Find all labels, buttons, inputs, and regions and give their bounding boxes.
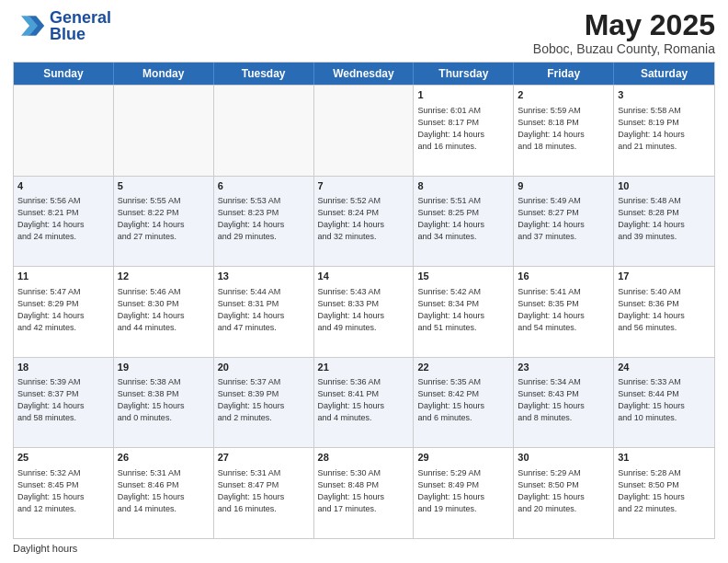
- calendar-cell: 12Sunrise: 5:46 AM Sunset: 8:30 PM Dayli…: [114, 267, 214, 357]
- day-info: Sunrise: 5:53 AM Sunset: 8:23 PM Dayligh…: [218, 195, 310, 243]
- calendar-cell: [114, 86, 214, 176]
- calendar-cell: 8Sunrise: 5:51 AM Sunset: 8:25 PM Daylig…: [414, 177, 514, 267]
- day-info: Sunrise: 5:30 AM Sunset: 8:48 PM Dayligh…: [318, 467, 410, 515]
- calendar-cell: 15Sunrise: 5:42 AM Sunset: 8:34 PM Dayli…: [414, 267, 514, 357]
- weekday-header: Friday: [514, 63, 614, 85]
- day-info: Sunrise: 5:51 AM Sunset: 8:25 PM Dayligh…: [417, 195, 509, 243]
- calendar-row: 25Sunrise: 5:32 AM Sunset: 8:45 PM Dayli…: [14, 447, 714, 538]
- calendar-cell: 16Sunrise: 5:41 AM Sunset: 8:35 PM Dayli…: [514, 267, 614, 357]
- calendar-cell: 5Sunrise: 5:55 AM Sunset: 8:22 PM Daylig…: [114, 177, 214, 267]
- day-info: Sunrise: 5:42 AM Sunset: 8:34 PM Dayligh…: [417, 286, 509, 334]
- day-info: Sunrise: 5:38 AM Sunset: 8:38 PM Dayligh…: [118, 376, 210, 424]
- calendar-header: SundayMondayTuesdayWednesdayThursdayFrid…: [14, 63, 714, 85]
- calendar-cell: [314, 86, 415, 176]
- day-number: 20: [218, 361, 310, 374]
- day-number: 24: [618, 361, 711, 374]
- calendar-cell: 29Sunrise: 5:29 AM Sunset: 8:49 PM Dayli…: [414, 448, 514, 538]
- day-number: 8: [417, 179, 509, 193]
- day-info: Sunrise: 5:59 AM Sunset: 8:18 PM Dayligh…: [518, 105, 609, 153]
- calendar-cell: 23Sunrise: 5:34 AM Sunset: 8:43 PM Dayli…: [514, 358, 614, 448]
- weekday-header: Sunday: [14, 63, 114, 85]
- day-info: Sunrise: 5:33 AM Sunset: 8:44 PM Dayligh…: [618, 376, 711, 424]
- calendar: SundayMondayTuesdayWednesdayThursdayFrid…: [13, 62, 715, 539]
- day-number: 1: [417, 88, 509, 102]
- day-number: 26: [118, 451, 210, 465]
- day-info: Sunrise: 5:56 AM Sunset: 8:21 PM Dayligh…: [17, 195, 109, 243]
- weekday-header: Saturday: [614, 63, 714, 85]
- day-number: 4: [17, 179, 109, 193]
- day-info: Sunrise: 5:35 AM Sunset: 8:42 PM Dayligh…: [417, 376, 509, 424]
- day-number: 28: [318, 451, 410, 465]
- logo-icon: [13, 9, 46, 42]
- calendar-cell: 2Sunrise: 5:59 AM Sunset: 8:18 PM Daylig…: [514, 86, 614, 176]
- day-info: Sunrise: 5:58 AM Sunset: 8:19 PM Dayligh…: [618, 105, 711, 153]
- day-number: 2: [518, 88, 609, 102]
- day-info: Sunrise: 5:28 AM Sunset: 8:50 PM Dayligh…: [618, 467, 711, 515]
- day-info: Sunrise: 5:31 AM Sunset: 8:46 PM Dayligh…: [118, 467, 210, 515]
- calendar-cell: 17Sunrise: 5:40 AM Sunset: 8:36 PM Dayli…: [614, 267, 714, 357]
- calendar-body: 1Sunrise: 6:01 AM Sunset: 8:17 PM Daylig…: [14, 85, 714, 538]
- title-block: May 2025 Boboc, Buzau County, Romania: [533, 9, 715, 56]
- calendar-cell: 19Sunrise: 5:38 AM Sunset: 8:38 PM Dayli…: [114, 358, 214, 448]
- calendar-row: 18Sunrise: 5:39 AM Sunset: 8:37 PM Dayli…: [14, 357, 714, 448]
- day-info: Sunrise: 5:52 AM Sunset: 8:24 PM Dayligh…: [318, 195, 410, 243]
- day-number: 9: [518, 179, 609, 193]
- calendar-cell: 7Sunrise: 5:52 AM Sunset: 8:24 PM Daylig…: [314, 177, 415, 267]
- weekday-header: Monday: [114, 63, 214, 85]
- day-info: Sunrise: 5:49 AM Sunset: 8:27 PM Dayligh…: [518, 195, 609, 243]
- day-info: Sunrise: 5:37 AM Sunset: 8:39 PM Dayligh…: [218, 376, 310, 424]
- calendar-cell: 27Sunrise: 5:31 AM Sunset: 8:47 PM Dayli…: [214, 448, 314, 538]
- weekday-header: Wednesday: [314, 63, 415, 85]
- day-number: 7: [318, 179, 410, 193]
- day-number: 22: [417, 361, 509, 374]
- day-info: Sunrise: 5:29 AM Sunset: 8:50 PM Dayligh…: [518, 467, 609, 515]
- day-number: 30: [518, 451, 609, 465]
- calendar-cell: 22Sunrise: 5:35 AM Sunset: 8:42 PM Dayli…: [414, 358, 514, 448]
- calendar-cell: 4Sunrise: 5:56 AM Sunset: 8:21 PM Daylig…: [14, 177, 114, 267]
- day-number: 19: [118, 361, 210, 374]
- day-info: Sunrise: 6:01 AM Sunset: 8:17 PM Dayligh…: [417, 105, 509, 153]
- calendar-cell: 9Sunrise: 5:49 AM Sunset: 8:27 PM Daylig…: [514, 177, 614, 267]
- calendar-cell: 28Sunrise: 5:30 AM Sunset: 8:48 PM Dayli…: [314, 448, 415, 538]
- day-number: 29: [417, 451, 509, 465]
- day-info: Sunrise: 5:34 AM Sunset: 8:43 PM Dayligh…: [518, 376, 609, 424]
- calendar-row: 4Sunrise: 5:56 AM Sunset: 8:21 PM Daylig…: [14, 176, 714, 267]
- day-number: 23: [518, 361, 609, 374]
- calendar-cell: 14Sunrise: 5:43 AM Sunset: 8:33 PM Dayli…: [314, 267, 415, 357]
- calendar-cell: 21Sunrise: 5:36 AM Sunset: 8:41 PM Dayli…: [314, 358, 415, 448]
- day-number: 13: [218, 270, 310, 283]
- day-number: 12: [118, 270, 210, 283]
- day-number: 11: [17, 270, 109, 283]
- day-info: Sunrise: 5:39 AM Sunset: 8:37 PM Dayligh…: [17, 376, 109, 424]
- day-info: Sunrise: 5:32 AM Sunset: 8:45 PM Dayligh…: [17, 467, 109, 515]
- calendar-row: 11Sunrise: 5:47 AM Sunset: 8:29 PM Dayli…: [14, 266, 714, 357]
- day-info: Sunrise: 5:47 AM Sunset: 8:29 PM Dayligh…: [17, 286, 109, 334]
- calendar-cell: 26Sunrise: 5:31 AM Sunset: 8:46 PM Dayli…: [114, 448, 214, 538]
- day-number: 15: [417, 270, 509, 283]
- day-number: 25: [17, 451, 109, 465]
- calendar-cell: [214, 86, 314, 176]
- day-info: Sunrise: 5:55 AM Sunset: 8:22 PM Dayligh…: [118, 195, 210, 243]
- calendar-cell: 18Sunrise: 5:39 AM Sunset: 8:37 PM Dayli…: [14, 358, 114, 448]
- logo-name-line1: General: [50, 9, 111, 26]
- calendar-cell: 30Sunrise: 5:29 AM Sunset: 8:50 PM Dayli…: [514, 448, 614, 538]
- day-info: Sunrise: 5:46 AM Sunset: 8:30 PM Dayligh…: [118, 286, 210, 334]
- calendar-row: 1Sunrise: 6:01 AM Sunset: 8:17 PM Daylig…: [14, 85, 714, 176]
- day-number: 27: [218, 451, 310, 465]
- calendar-cell: 6Sunrise: 5:53 AM Sunset: 8:23 PM Daylig…: [214, 177, 314, 267]
- calendar-cell: 3Sunrise: 5:58 AM Sunset: 8:19 PM Daylig…: [614, 86, 714, 176]
- day-number: 18: [17, 361, 109, 374]
- day-number: 10: [618, 179, 711, 193]
- calendar-cell: 11Sunrise: 5:47 AM Sunset: 8:29 PM Dayli…: [14, 267, 114, 357]
- day-number: 31: [618, 451, 711, 465]
- day-info: Sunrise: 5:43 AM Sunset: 8:33 PM Dayligh…: [318, 286, 410, 334]
- day-info: Sunrise: 5:31 AM Sunset: 8:47 PM Dayligh…: [218, 467, 310, 515]
- footer: Daylight hours: [13, 543, 715, 554]
- calendar-cell: [14, 86, 114, 176]
- calendar-cell: 31Sunrise: 5:28 AM Sunset: 8:50 PM Dayli…: [614, 448, 714, 538]
- day-number: 14: [318, 270, 410, 283]
- day-info: Sunrise: 5:29 AM Sunset: 8:49 PM Dayligh…: [417, 467, 509, 515]
- calendar-cell: 20Sunrise: 5:37 AM Sunset: 8:39 PM Dayli…: [214, 358, 314, 448]
- calendar-cell: 24Sunrise: 5:33 AM Sunset: 8:44 PM Dayli…: [614, 358, 714, 448]
- title-location: Boboc, Buzau County, Romania: [533, 41, 715, 56]
